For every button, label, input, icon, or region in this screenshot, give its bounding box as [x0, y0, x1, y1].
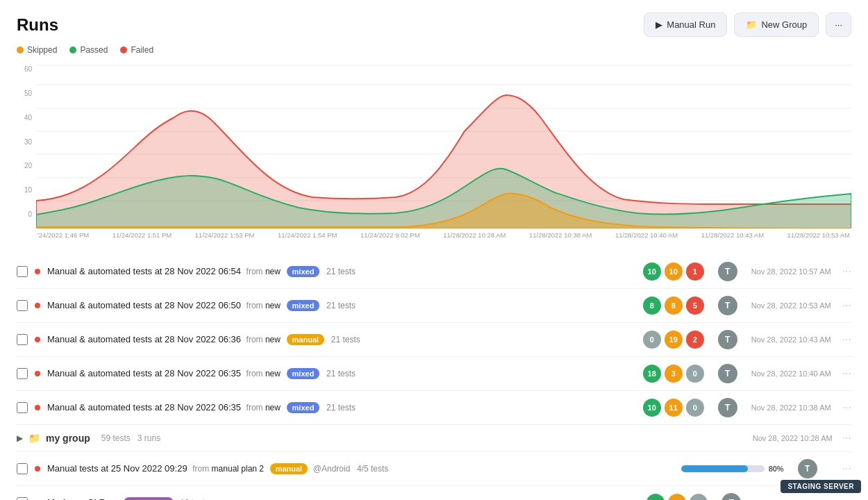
run-checkbox[interactable]: [17, 402, 28, 413]
from-value: new: [265, 369, 281, 378]
run-status-dot: [35, 303, 40, 308]
row-more-button[interactable]: ···: [842, 265, 851, 278]
x-axis: '24/2022 1:46 PM 11/24/2022 1:51 PM 11/2…: [36, 231, 851, 239]
chevron-right-icon[interactable]: ▶: [17, 433, 23, 443]
chart-legend: Skipped Passed Failed: [17, 45, 851, 55]
y-label-30: 30: [17, 138, 32, 146]
run-tag: mixed: [287, 368, 320, 379]
run-checkbox[interactable]: [17, 266, 28, 277]
group-name[interactable]: my group: [46, 433, 90, 444]
row-more-button[interactable]: ···: [842, 299, 851, 312]
y-label-0: 0: [17, 210, 32, 218]
row-more-button[interactable]: ···: [842, 333, 851, 346]
group-date: Nov 28, 2022 10:28 AM: [753, 434, 833, 442]
run-name-text[interactable]: Manual & automated tests at 28 Nov 2022 …: [47, 334, 241, 344]
run-name: Manual & automated tests at 28 Nov 2022 …: [47, 334, 636, 345]
run-row: My Azure CI Run automated 16 tests 10 6 …: [17, 486, 851, 500]
x-label-1: 11/24/2022 1:51 PM: [112, 231, 172, 239]
run-checkbox[interactable]: [17, 368, 28, 379]
y-label-20: 20: [17, 162, 32, 169]
run-status-dot: [35, 269, 40, 274]
badge-orange: 6: [668, 494, 686, 500]
run-row: Manual tests at 25 Nov 2022 09:29 from m…: [17, 452, 851, 486]
run-badges: 18 3 0: [643, 365, 704, 383]
run-row: Manual & automated tests at 28 Nov 2022 …: [17, 289, 851, 323]
new-group-label: New Group: [761, 19, 807, 30]
run-checkbox[interactable]: [17, 300, 28, 311]
tests-count: 21 tests: [326, 267, 356, 276]
badge-orange: 3: [665, 365, 683, 383]
run-name-text[interactable]: Manual & automated tests at 28 Nov 2022 …: [47, 402, 241, 412]
run-tag: mixed: [287, 402, 320, 413]
row-more-button[interactable]: ···: [842, 462, 851, 475]
run-checkbox[interactable]: [17, 334, 28, 345]
progress-bar-container: [681, 465, 765, 472]
run-badges: 10 10 1: [643, 262, 704, 281]
run-date: Nov 28, 2022 10:57 AM: [751, 267, 831, 276]
run-row: Manual & automated tests at 28 Nov 2022 …: [17, 391, 851, 425]
run-badges: 10 6 0: [646, 494, 708, 500]
more-button[interactable]: ···: [826, 12, 851, 37]
runs-list: Manual & automated tests at 28 Nov 2022 …: [0, 255, 868, 500]
run-status-dot: [35, 371, 40, 376]
tests-count: 21 tests: [326, 403, 356, 412]
run-tag: mixed: [287, 300, 320, 311]
from-value: new: [265, 335, 281, 344]
badge-orange: 10: [665, 262, 683, 281]
badge-red: 1: [686, 262, 704, 281]
badge-green: 10: [646, 494, 665, 500]
at-label: @Android: [313, 464, 351, 474]
run-checkbox[interactable]: [17, 497, 28, 500]
run-tag: automated: [124, 497, 174, 500]
run-name: My Azure CI Run automated 16 tests: [47, 497, 640, 500]
manual-run-button[interactable]: ▶ Manual Run: [644, 12, 727, 37]
badge-orange: 19: [665, 331, 683, 349]
run-tag: manual: [287, 334, 325, 345]
x-label-6: 11/28/2022 10:38 AM: [529, 231, 592, 239]
tests-count: 21 tests: [331, 335, 360, 344]
progress-bar-fill: [681, 465, 748, 472]
manual-run-label: Manual Run: [667, 19, 715, 30]
run-status-dot: [35, 337, 40, 342]
run-date: Nov 28, 2022 10:43 AM: [751, 335, 831, 344]
run-name-text[interactable]: Manual & automated tests at 28 Nov 2022 …: [47, 300, 241, 310]
avatar: T: [718, 330, 737, 349]
row-more-button[interactable]: ···: [842, 432, 851, 444]
y-label-40: 40: [17, 114, 32, 122]
run-name-text[interactable]: My Azure CI Run: [47, 497, 115, 500]
y-label-10: 10: [17, 186, 32, 194]
x-label-4: 11/24/2022 9:02 PM: [360, 231, 420, 239]
group-tests-count: 59 tests: [101, 433, 131, 443]
run-name-text[interactable]: Manual & automated tests at 28 Nov 2022 …: [47, 368, 241, 378]
run-checkbox[interactable]: [17, 463, 28, 474]
row-more-button[interactable]: ···: [842, 401, 851, 414]
more-icon: ···: [835, 19, 842, 30]
from-value: manual plan 2: [212, 464, 264, 474]
from-label: from: [247, 403, 265, 412]
from-value: new: [265, 301, 281, 310]
from-value: new: [265, 267, 281, 276]
run-name-text[interactable]: Manual tests at 25 Nov 2022 09:29: [47, 463, 187, 474]
row-more-button[interactable]: ···: [842, 367, 851, 380]
from-label: from: [247, 369, 265, 378]
run-name-text[interactable]: Manual & automated tests at 28 Nov 2022 …: [47, 266, 241, 276]
page-header: Runs ▶ Manual Run 📁 New Group ···: [0, 0, 868, 45]
legend-failed: Failed: [120, 45, 153, 55]
run-row: Manual & automated tests at 28 Nov 2022 …: [17, 357, 851, 391]
legend-passed: Passed: [69, 45, 108, 55]
row-more-button[interactable]: ···: [842, 497, 851, 500]
run-status-dot: [35, 405, 40, 410]
group-runs-count: 3 runs: [137, 433, 160, 443]
new-group-button[interactable]: 📁 New Group: [734, 12, 819, 37]
x-label-2: 11/24/2022 1:53 PM: [195, 231, 255, 239]
run-name: Manual tests at 25 Nov 2022 09:29 from m…: [47, 463, 674, 474]
failed-label: Failed: [131, 45, 153, 55]
run-name: Manual & automated tests at 28 Nov 2022 …: [47, 402, 636, 413]
badge-gray: 0: [643, 331, 661, 349]
page-title: Runs: [17, 15, 58, 35]
run-badges: 10 11 0: [643, 399, 704, 417]
passed-label: Passed: [80, 45, 108, 55]
tests-count: 21 tests: [326, 301, 356, 310]
skipped-dot: [17, 47, 24, 53]
run-name: Manual & automated tests at 28 Nov 2022 …: [47, 266, 636, 277]
